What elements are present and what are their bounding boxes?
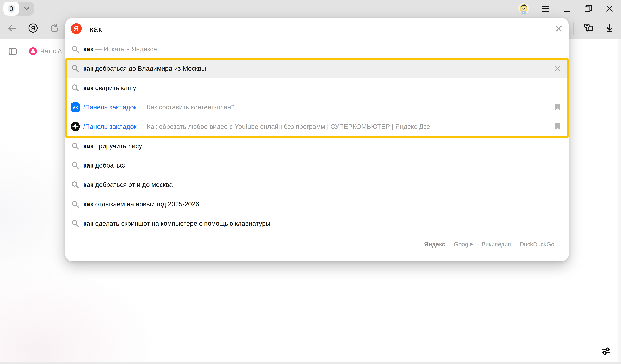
sliders-icon bbox=[601, 346, 611, 356]
engine-wikipedia[interactable]: Википедия bbox=[482, 241, 511, 248]
search-icon bbox=[71, 180, 80, 189]
clear-input-button[interactable] bbox=[555, 25, 562, 32]
scrollbar-divider bbox=[618, 39, 618, 364]
remove-icon bbox=[554, 65, 560, 71]
suggestion-row-query[interactable]: какприручить лису bbox=[65, 136, 569, 156]
avatar[interactable] bbox=[518, 3, 529, 14]
search-icon bbox=[71, 142, 80, 151]
omnibox-input[interactable]: как bbox=[90, 23, 104, 34]
avatar-image bbox=[518, 3, 529, 14]
text-caret bbox=[103, 23, 104, 34]
search-icon bbox=[71, 219, 80, 228]
scrollbar-gutter[interactable] bbox=[618, 39, 621, 364]
sidebar-toggle-icon bbox=[9, 48, 17, 55]
search-icon bbox=[71, 64, 80, 73]
tab-zero[interactable]: 0 bbox=[3, 1, 19, 16]
clear-icon bbox=[555, 25, 562, 32]
home-button[interactable]: Я bbox=[28, 23, 38, 33]
refresh-icon bbox=[50, 23, 59, 33]
suggestion-row-query[interactable]: какотдыхаем на новый год 2025-2026 bbox=[65, 194, 569, 214]
suggestion-row-bookmark[interactable]: vk /Панель закладок— Как составить конте… bbox=[65, 97, 569, 117]
sidebar-item-alice-chat[interactable]: Чат с А. bbox=[29, 47, 64, 56]
suggestion-row-query[interactable]: каксделать скриншот на компьютере с помо… bbox=[65, 214, 569, 233]
search-engine-footer: Яндекс Google Википедия DuckDuckGo bbox=[424, 241, 554, 248]
restore-button[interactable] bbox=[584, 4, 593, 13]
key-card-icon bbox=[583, 23, 594, 33]
toolbar-divider bbox=[573, 22, 574, 35]
tab-list-chevron-button[interactable] bbox=[19, 1, 34, 16]
suggestion-row-query[interactable]: какдобраться bbox=[65, 156, 569, 175]
engine-duckduckgo[interactable]: DuckDuckGo bbox=[520, 241, 554, 248]
omnibox-dropdown: Я как как— Искать в Яндексе bbox=[65, 18, 569, 261]
bookmark-icon bbox=[554, 104, 561, 111]
remove-suggestion-button[interactable] bbox=[554, 65, 561, 72]
restore-icon bbox=[584, 5, 592, 13]
alice-chat-label: Чат с А. bbox=[40, 47, 64, 55]
minimize-icon bbox=[563, 5, 571, 13]
yandex-logo-icon: Я bbox=[71, 23, 82, 34]
download-button[interactable] bbox=[604, 23, 615, 34]
suggestion-row-query[interactable]: какдобраться до Владимира из Москвы bbox=[65, 59, 569, 78]
suggestion-row-query[interactable]: какдобраться от и до москва bbox=[65, 175, 569, 194]
dzen-icon bbox=[71, 122, 80, 131]
sidebar-toggle-button[interactable] bbox=[8, 47, 17, 56]
alice-icon bbox=[29, 47, 37, 55]
vk-icon: vk bbox=[71, 103, 80, 112]
close-icon bbox=[606, 5, 613, 12]
suggestion-row-search[interactable]: как— Искать в Яндексе bbox=[65, 39, 569, 59]
tab-count: 0 bbox=[7, 4, 16, 13]
passwords-cards-button[interactable] bbox=[583, 22, 594, 34]
bottom-scrollbar-strip[interactable] bbox=[0, 362, 621, 364]
browser-window: 0 bbox=[0, 0, 621, 364]
search-icon bbox=[71, 45, 80, 54]
tune-settings-button[interactable] bbox=[601, 345, 612, 357]
chevron-down-icon bbox=[23, 6, 30, 11]
yandex-home-icon: Я bbox=[28, 23, 38, 33]
back-button[interactable] bbox=[7, 23, 17, 33]
bookmark-icon bbox=[554, 123, 561, 130]
minimize-button[interactable] bbox=[562, 4, 572, 13]
close-button[interactable] bbox=[605, 4, 614, 13]
suggestion-row-bookmark[interactable]: /Панель закладок— Как обрезать любое вид… bbox=[65, 117, 569, 136]
search-icon bbox=[71, 161, 80, 170]
download-icon bbox=[605, 24, 614, 33]
engine-yandex[interactable]: Яндекс bbox=[424, 241, 445, 248]
refresh-button[interactable] bbox=[50, 23, 59, 33]
search-icon bbox=[71, 200, 80, 209]
tab-pill: 0 bbox=[3, 1, 34, 16]
arrow-left-icon bbox=[8, 24, 17, 32]
search-icon bbox=[71, 83, 80, 92]
suggestion-row-query[interactable]: каксварить кашу bbox=[65, 78, 569, 97]
menu-button[interactable] bbox=[541, 4, 550, 13]
omnibox[interactable]: Я как bbox=[65, 18, 569, 39]
hamburger-icon bbox=[541, 5, 550, 12]
suggestion-list: как— Искать в Яндексе какдобраться до Вл… bbox=[65, 39, 569, 233]
svg-text:Я: Я bbox=[31, 25, 35, 31]
engine-google[interactable]: Google bbox=[454, 241, 473, 248]
